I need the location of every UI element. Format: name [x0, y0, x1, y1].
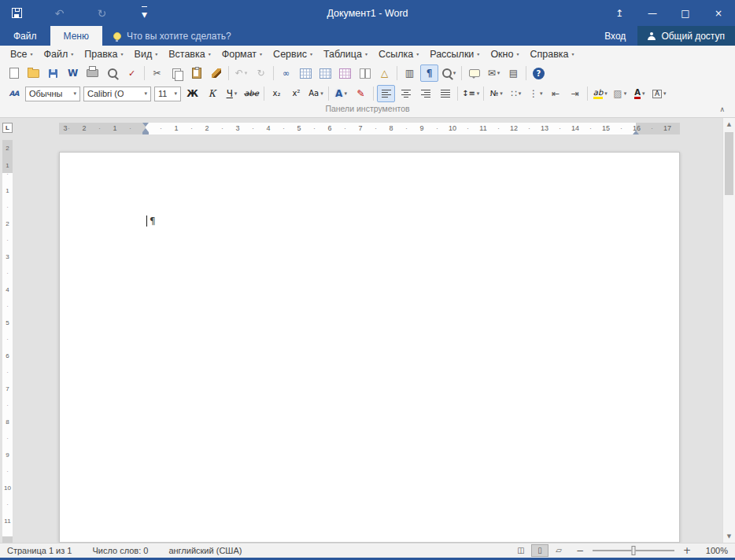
menu-ssylka[interactable]: Ссылка▾ [373, 46, 424, 63]
menu-vstavka[interactable]: Вставка▾ [163, 46, 216, 63]
insert-excel-table-button[interactable] [336, 64, 354, 82]
document-map-button[interactable]: ▥ [401, 64, 419, 82]
share-button[interactable]: Общий доступ [637, 26, 735, 46]
zoom-out-button[interactable]: − [574, 545, 585, 556]
menu-vse[interactable]: Все▾ [5, 46, 39, 63]
undo-button[interactable]: ↶▾ [232, 64, 250, 82]
scroll-down-icon[interactable]: ▼ [723, 530, 735, 543]
line-spacing-button[interactable]: ↕≡▾ [461, 85, 480, 102]
tab-menu[interactable]: Меню [50, 26, 102, 46]
horizontal-ruler[interactable]: 3211234567891011121314151617············… [59, 123, 680, 134]
show-paragraph-marks-button[interactable]: ¶ [420, 64, 438, 82]
zoom-in-button[interactable]: + [681, 545, 693, 556]
sign-in-button[interactable]: Вход [593, 26, 637, 46]
word-count[interactable]: Число слов: 0 [92, 546, 148, 555]
menu-spravka[interactable]: Справка▾ [524, 46, 579, 63]
page-indicator[interactable]: Страница 1 из 1 [7, 546, 72, 555]
print-preview-button[interactable] [103, 64, 121, 82]
first-line-indent-marker[interactable] [142, 123, 149, 127]
hyperlink-button[interactable]: ∞ [277, 64, 295, 82]
open-folder-button[interactable] [24, 64, 42, 82]
menu-fayl[interactable]: Файл▾ [39, 46, 79, 63]
styles-pane-button[interactable]: АА [5, 85, 23, 102]
text-effects-button[interactable]: А▾ [332, 85, 350, 102]
zoom-level[interactable]: 100% [700, 546, 728, 555]
tab-file[interactable]: Файл [0, 26, 50, 46]
decrease-indent-button[interactable]: ⇤ [546, 85, 564, 102]
subscript-button[interactable]: х₂ [268, 85, 286, 102]
left-indent-marker[interactable] [142, 132, 149, 134]
help-button[interactable]: ? [530, 64, 548, 82]
scrollbar-thumb[interactable] [725, 132, 733, 195]
ribbon-display-options-button[interactable]: ↥ [603, 0, 636, 26]
insert-table-button[interactable] [316, 64, 334, 82]
bold-button[interactable]: Ж [183, 85, 201, 102]
collapse-ribbon-icon[interactable]: ∧ [719, 105, 725, 115]
vertical-ruler[interactable]: 211234567891011··········· [2, 140, 13, 543]
format-painter-button[interactable] [207, 64, 225, 82]
menu-okno[interactable]: Окно▾ [485, 46, 524, 63]
zoom-slider-thumb[interactable] [632, 546, 636, 555]
copy-button[interactable] [168, 64, 186, 82]
menu-format[interactable]: Формат▾ [216, 46, 268, 63]
menu-rassylki[interactable]: Рассылки▾ [424, 46, 485, 63]
align-left-button[interactable] [377, 85, 395, 102]
vertical-scrollbar[interactable]: ▲ ▼ [722, 118, 735, 543]
print-layout-button[interactable]: ▯ [531, 544, 548, 557]
tables-and-borders-button[interactable] [297, 64, 315, 82]
word-document-button[interactable]: W [64, 64, 82, 82]
columns-button[interactable] [356, 64, 374, 82]
strikethrough-button[interactable]: abe [242, 85, 260, 102]
font-color-button[interactable]: А▾ [630, 85, 648, 102]
save-document-button[interactable] [44, 64, 62, 82]
menu-pravka[interactable]: Правка▾ [79, 46, 128, 63]
align-center-button[interactable] [397, 85, 415, 102]
increase-indent-button[interactable]: ⇥ [566, 85, 584, 102]
numbering-button[interactable]: №▾ [487, 85, 505, 102]
redo-button[interactable]: ↻ [252, 64, 270, 82]
align-right-button[interactable] [416, 85, 434, 102]
menu-servis[interactable]: Сервис▾ [268, 46, 318, 63]
format-pen-button[interactable]: ✎ [352, 85, 370, 102]
cut-button[interactable]: ✂ [148, 64, 166, 82]
undo-button[interactable]: ↶ [50, 5, 68, 22]
window-split-button[interactable]: ▤ [504, 64, 523, 82]
menu-tablitsa[interactable]: Таблица▾ [318, 46, 373, 63]
web-layout-button[interactable]: ▱ [550, 544, 567, 557]
read-mode-button[interactable]: ◫ [512, 544, 530, 557]
bullets-button[interactable]: ∷▾ [507, 85, 525, 102]
save-button[interactable] [8, 5, 26, 22]
zoom-button[interactable]: ▾ [440, 64, 458, 82]
print-button[interactable] [83, 64, 102, 82]
new-comment-button[interactable] [465, 64, 483, 82]
mail-merge-button[interactable]: ✉▾ [485, 64, 503, 82]
superscript-button[interactable]: х² [287, 85, 305, 102]
menu-vid[interactable]: Вид▾ [129, 46, 164, 63]
language-indicator[interactable]: английский (США) [168, 546, 242, 555]
document-page[interactable]: ¶ [59, 152, 680, 543]
character-border-button[interactable]: А▾ [650, 85, 668, 102]
maximize-button[interactable]: □ [669, 0, 702, 26]
zoom-slider[interactable] [593, 545, 674, 556]
tell-me-box[interactable]: Что вы хотите сделать? [113, 26, 231, 46]
italic-button[interactable]: К [203, 85, 221, 102]
customize-quick-access-button[interactable]: ▾ [135, 5, 153, 22]
spelling-button[interactable]: ✓ [123, 64, 141, 82]
minimize-button[interactable]: — [636, 0, 669, 26]
change-case-button[interactable]: Аа▾ [307, 85, 325, 102]
tab-stop-selector[interactable]: L [2, 123, 13, 133]
shading-button[interactable]: ▨▾ [611, 85, 629, 102]
style-select[interactable]: Обычны▾ [25, 87, 80, 101]
multilevel-list-button[interactable]: ⋮▾ [526, 85, 545, 102]
close-button[interactable]: × [702, 0, 735, 26]
justify-button[interactable] [436, 85, 454, 102]
underline-button[interactable]: Ч▾ [223, 85, 241, 102]
scroll-up-icon[interactable]: ▲ [723, 118, 735, 131]
repeat-button[interactable]: ↻ [93, 5, 111, 22]
text-highlight-button[interactable]: ab▾ [591, 85, 609, 102]
new-document-button[interactable] [5, 64, 23, 82]
paste-button[interactable] [187, 64, 205, 82]
drawing-button[interactable]: △ [375, 64, 393, 82]
font-size-select[interactable]: 11▾ [154, 87, 181, 101]
font-select[interactable]: Calibri (O▾ [83, 87, 151, 101]
